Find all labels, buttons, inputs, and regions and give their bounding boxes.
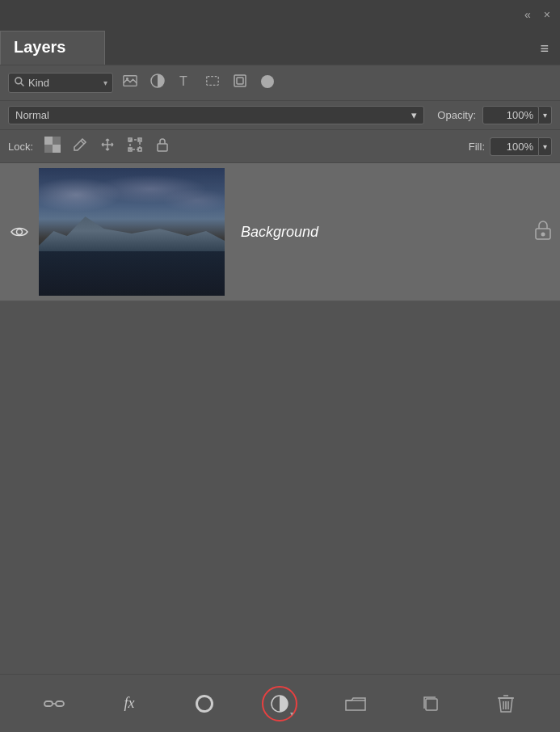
- filter-adjustment-icon[interactable]: [147, 72, 168, 94]
- blend-mode-value: Normal: [15, 109, 49, 121]
- layer-lock-icon: [534, 220, 552, 245]
- delete-layer-button[interactable]: [488, 686, 524, 721]
- opacity-label: Opacity:: [437, 109, 476, 121]
- svg-rect-11: [53, 145, 61, 153]
- svg-point-20: [17, 229, 23, 235]
- top-bar: « ×: [0, 0, 560, 29]
- blend-mode-row: Normal ▾ Opacity: 100% ▾: [0, 100, 560, 129]
- tab-spacer: [105, 32, 528, 65]
- opacity-control: 100% ▾: [482, 106, 552, 124]
- layers-list: Background: [0, 162, 560, 674]
- svg-point-3: [126, 78, 128, 80]
- svg-rect-24: [56, 701, 64, 706]
- lock-row: Lock:: [0, 129, 560, 162]
- filter-toggle-icon[interactable]: [260, 74, 275, 92]
- lock-image-pixels-button[interactable]: [69, 135, 91, 158]
- lock-label: Lock:: [8, 141, 33, 153]
- svg-rect-13: [44, 145, 53, 153]
- svg-rect-7: [234, 75, 246, 86]
- svg-rect-18: [138, 148, 141, 151]
- svg-rect-6: [207, 77, 218, 86]
- filter-shape-icon[interactable]: [202, 72, 223, 94]
- blend-mode-select[interactable]: Normal ▾: [8, 106, 424, 124]
- kind-filter-arrow: ▾: [103, 78, 107, 87]
- svg-text:T: T: [179, 74, 187, 88]
- duplicate-layer-button[interactable]: [413, 686, 448, 721]
- link-layers-button[interactable]: [36, 686, 72, 721]
- close-icon[interactable]: ×: [544, 8, 550, 21]
- svg-rect-23: [44, 701, 53, 706]
- fill-input[interactable]: 100%: [490, 137, 538, 156]
- filter-row: Kind ▾ T: [0, 65, 560, 100]
- layer-styles-button[interactable]: fx: [112, 686, 147, 721]
- svg-rect-12: [53, 137, 61, 145]
- layers-tab[interactable]: Layers: [0, 31, 105, 65]
- svg-line-1: [21, 83, 24, 86]
- opacity-input[interactable]: 100%: [482, 106, 539, 124]
- svg-rect-10: [44, 137, 53, 145]
- back-icon[interactable]: «: [524, 8, 531, 21]
- fill-dropdown-button[interactable]: ▾: [538, 137, 552, 156]
- layers-tab-label: Layers: [14, 38, 66, 56]
- opacity-dropdown-button[interactable]: ▾: [539, 106, 552, 124]
- blend-mode-arrow: ▾: [411, 109, 417, 121]
- table-row[interactable]: Background: [0, 163, 560, 301]
- lock-transparency-button[interactable]: [41, 135, 64, 158]
- lock-position-button[interactable]: [96, 135, 119, 158]
- lock-artboard-button[interactable]: [124, 135, 146, 158]
- kind-filter-label: Kind: [28, 77, 100, 89]
- filter-smart-icon[interactable]: [229, 72, 251, 94]
- fx-label: fx: [124, 695, 134, 712]
- search-icon: [14, 76, 25, 90]
- adjustment-arrow: ▾: [290, 710, 293, 717]
- svg-rect-29: [426, 699, 437, 710]
- kind-filter-select[interactable]: Kind ▾: [8, 73, 113, 93]
- svg-point-9: [261, 75, 274, 88]
- add-mask-button[interactable]: [187, 686, 222, 721]
- filter-image-icon[interactable]: [120, 72, 141, 94]
- fill-label: Fill:: [469, 141, 485, 153]
- panel-menu-button[interactable]: ≡: [528, 32, 560, 65]
- svg-point-27: [198, 697, 211, 710]
- tab-row: Layers ≡: [0, 29, 560, 65]
- svg-rect-19: [158, 144, 167, 151]
- layer-name: Background: [233, 224, 528, 241]
- lock-all-button[interactable]: [151, 135, 174, 158]
- layer-visibility-toggle[interactable]: [8, 225, 31, 238]
- filter-type-icon[interactable]: T: [175, 72, 196, 94]
- svg-rect-8: [237, 78, 243, 84]
- svg-point-22: [541, 232, 545, 236]
- new-group-button[interactable]: [338, 686, 373, 721]
- new-adjustment-layer-button[interactable]: ▾: [262, 686, 297, 721]
- layer-thumbnail: [39, 168, 225, 296]
- layers-panel: « × Layers ≡ Kind ▾: [0, 0, 560, 732]
- fill-control: 100% ▾: [490, 137, 552, 156]
- svg-point-0: [15, 78, 22, 84]
- bottom-toolbar: fx ▾: [0, 674, 560, 732]
